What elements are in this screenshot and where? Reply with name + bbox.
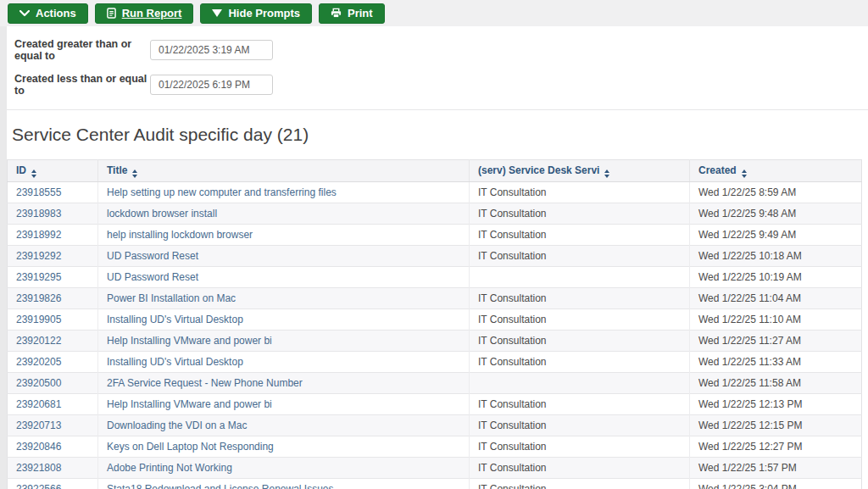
- printer-icon: [331, 8, 342, 19]
- ticket-id-link[interactable]: 23919826: [16, 292, 61, 304]
- ticket-id-link[interactable]: 23919905: [16, 314, 61, 325]
- sort-icon: [31, 169, 36, 178]
- service-cell: IT Consultation: [470, 394, 690, 415]
- ticket-id-link[interactable]: 23918555: [16, 186, 61, 198]
- created-cell: Wed 1/22/25 11:10 AM: [690, 309, 862, 331]
- created-cell: Wed 1/22/25 11:33 AM: [690, 352, 862, 373]
- ticket-title-cell: Stata18 Redownload and License Renewal I…: [98, 479, 470, 489]
- column-header-service[interactable]: (serv) Service Desk Servi: [470, 160, 690, 182]
- ticket-id-link[interactable]: 23918992: [16, 229, 61, 241]
- ticket-id-link[interactable]: 23918983: [16, 208, 61, 219]
- service-cell: IT Consultation: [470, 415, 690, 436]
- created-cell: Wed 1/22/25 1:57 PM: [690, 458, 862, 479]
- ticket-id-cell: 23919292: [8, 246, 98, 267]
- created-cell: Wed 1/22/25 10:19 AM: [690, 267, 862, 288]
- ticket-title-cell: Power BI Installation on Mac: [98, 288, 470, 309]
- ticket-id-cell: 23918983: [8, 203, 98, 225]
- ticket-title-cell: Downloading the VDI on a Mac: [98, 415, 470, 436]
- ticket-title-link[interactable]: Help Installing VMware and power bi: [107, 398, 272, 410]
- table-row: 23918555 Help setting up new computer an…: [8, 182, 862, 203]
- ticket-title-link[interactable]: Power BI Installation on Mac: [107, 292, 236, 304]
- ticket-title-link[interactable]: Keys on Dell Laptop Not Responding: [107, 441, 274, 453]
- created-cell: Wed 1/22/25 12:27 PM: [690, 436, 862, 458]
- created-lte-input[interactable]: [150, 75, 273, 95]
- ticket-title-cell: Installing UD's Virtual Desktop: [98, 309, 470, 331]
- column-header-title[interactable]: Title: [98, 160, 470, 182]
- ticket-title-link[interactable]: Downloading the VDI on a Mac: [107, 420, 247, 431]
- ticket-title-link[interactable]: lockdown browser install: [107, 208, 217, 219]
- run-report-button-label: Run Report: [122, 7, 182, 19]
- ticket-id-link[interactable]: 23920122: [16, 335, 61, 347]
- ticket-title-link[interactable]: help installing lockdown browser: [107, 229, 253, 241]
- table-row: 23920713 Downloading the VDI on a Mac IT…: [8, 415, 862, 436]
- service-cell: IT Consultation: [470, 436, 690, 458]
- service-cell: IT Consultation: [470, 288, 690, 309]
- ticket-id-cell: 23920205: [8, 352, 98, 373]
- ticket-title-link[interactable]: 2FA Service Request - New Phone Number: [107, 377, 303, 389]
- actions-button[interactable]: Actions: [8, 3, 88, 24]
- print-button-label: Print: [348, 7, 373, 19]
- ticket-id-cell: 23922566: [8, 479, 98, 489]
- table-row: 23918992 help installing lockdown browse…: [8, 225, 862, 246]
- ticket-title-link[interactable]: UD Password Reset: [107, 250, 198, 262]
- service-cell: IT Consultation: [470, 479, 690, 489]
- ticket-id-cell: 23919295: [8, 267, 98, 288]
- ticket-id-link[interactable]: 23920681: [16, 398, 61, 410]
- service-cell: IT Consultation: [470, 352, 690, 373]
- ticket-id-link[interactable]: 23919295: [16, 271, 61, 283]
- ticket-title-link[interactable]: Help Installing VMware and power bi: [107, 335, 272, 347]
- print-button[interactable]: Print: [319, 3, 385, 24]
- column-header-service-label: (serv) Service Desk Servi: [478, 164, 599, 176]
- prompt-row: Created greater than or equal to: [14, 38, 868, 62]
- sort-icon: [604, 169, 609, 178]
- report-title: Service Center Audit specific day (21): [12, 125, 868, 145]
- created-cell: Wed 1/22/25 11:58 AM: [690, 373, 862, 394]
- ticket-title-link[interactable]: Help setting up new computer and transfe…: [107, 186, 337, 198]
- ticket-id-link[interactable]: 23920713: [16, 420, 61, 431]
- ticket-title-link[interactable]: UD Password Reset: [107, 271, 198, 283]
- created-cell: Wed 1/22/25 12:13 PM: [690, 394, 862, 415]
- audit-results-table: ID Title (serv) Service Desk Servi Creat…: [7, 159, 862, 489]
- created-cell: Wed 1/22/25 3:04 PM: [690, 479, 862, 489]
- ticket-id-cell: 23918992: [8, 225, 98, 246]
- service-cell: IT Consultation: [470, 225, 690, 246]
- ticket-title-link[interactable]: Installing UD's Virtual Desktop: [107, 314, 243, 325]
- report-file-icon: [107, 8, 116, 19]
- ticket-id-link[interactable]: 23922566: [16, 483, 61, 489]
- table-row: 23922566 Stata18 Redownload and License …: [8, 479, 862, 489]
- ticket-id-link[interactable]: 23920846: [16, 441, 61, 453]
- table-row: 23920122 Help Installing VMware and powe…: [8, 331, 862, 352]
- ticket-id-cell: 23918555: [8, 182, 98, 203]
- ticket-title-link[interactable]: Stata18 Redownload and License Renewal I…: [107, 483, 334, 489]
- ticket-title-link[interactable]: Adobe Printing Not Working: [107, 462, 232, 474]
- ticket-title-cell: Adobe Printing Not Working: [98, 458, 470, 479]
- ticket-id-cell: 23920846: [8, 436, 98, 458]
- ticket-id-cell: 23920713: [8, 415, 98, 436]
- created-gte-input[interactable]: [150, 40, 273, 60]
- table-row: 23920681 Help Installing VMware and powe…: [8, 394, 862, 415]
- column-header-created[interactable]: Created: [690, 160, 862, 182]
- sort-icon: [132, 169, 137, 178]
- ticket-id-link[interactable]: 23920205: [16, 356, 61, 368]
- page-left-gutter: [0, 26, 7, 489]
- ticket-id-link[interactable]: 23920500: [16, 377, 61, 389]
- column-header-id[interactable]: ID: [8, 160, 98, 182]
- table-row: 23920500 2FA Service Request - New Phone…: [8, 373, 862, 394]
- run-report-button[interactable]: Run Report: [95, 3, 194, 24]
- table-row: 23921808 Adobe Printing Not Working IT C…: [8, 458, 862, 479]
- prompt-row: Created less than or equal to: [14, 73, 868, 97]
- column-header-title-label: Title: [107, 164, 127, 176]
- ticket-id-link[interactable]: 23921808: [16, 462, 61, 474]
- created-gte-label: Created greater than or equal to: [14, 38, 150, 62]
- ticket-title-cell: lockdown browser install: [98, 203, 470, 225]
- ticket-title-cell: Keys on Dell Laptop Not Responding: [98, 436, 470, 458]
- table-row: 23919826 Power BI Installation on Mac IT…: [8, 288, 862, 309]
- table-row: 23919292 UD Password Reset IT Consultati…: [8, 246, 862, 267]
- hide-prompts-button[interactable]: Hide Prompts: [200, 3, 312, 24]
- ticket-id-link[interactable]: 23919292: [16, 250, 61, 262]
- table-header-row: ID Title (serv) Service Desk Servi Creat…: [8, 160, 862, 182]
- ticket-title-cell: Help setting up new computer and transfe…: [98, 182, 470, 203]
- ticket-title-link[interactable]: Installing UD's Virtual Desktop: [107, 356, 243, 368]
- ticket-title-cell: help installing lockdown browser: [98, 225, 470, 246]
- table-row: 23920205 Installing UD's Virtual Desktop…: [8, 352, 862, 373]
